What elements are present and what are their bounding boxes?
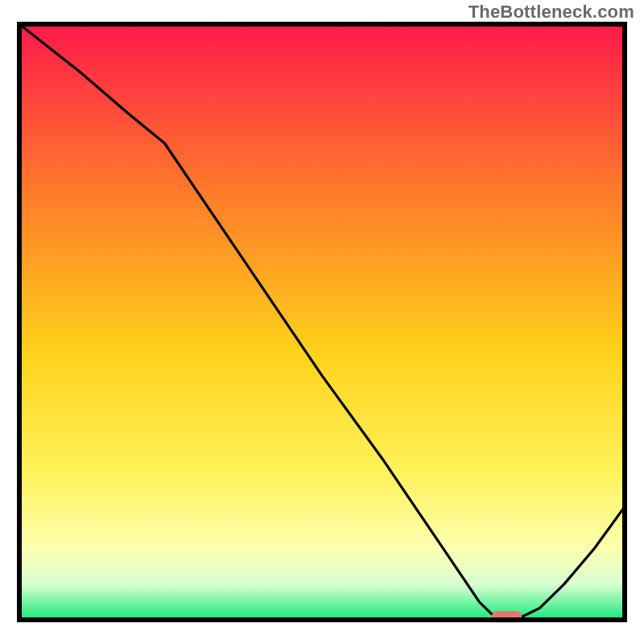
bottleneck-chart [0, 0, 644, 644]
chart-frame: TheBottleneck.com [0, 0, 644, 644]
watermark-text: TheBottleneck.com [469, 2, 634, 23]
plot-background [19, 24, 625, 620]
